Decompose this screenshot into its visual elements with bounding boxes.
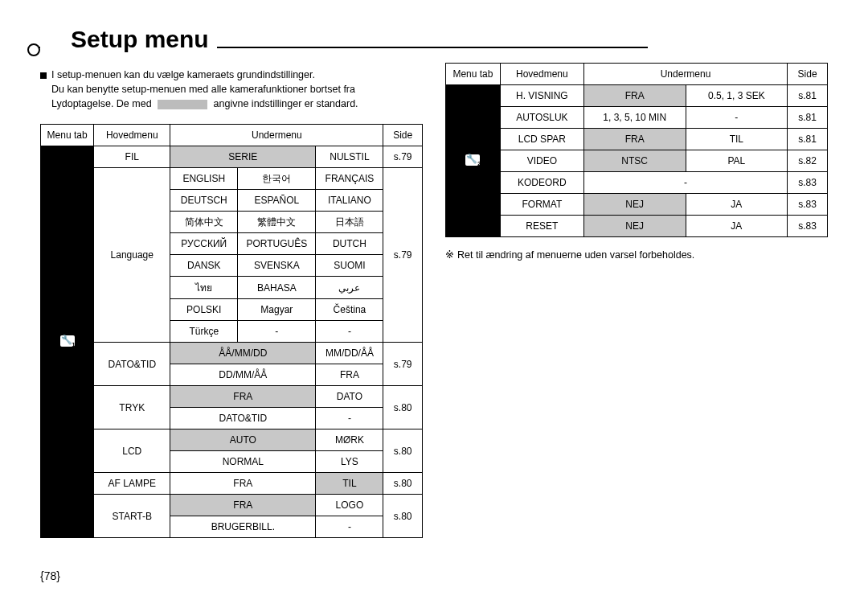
lang-cell: PORTUGUÊS (238, 233, 316, 255)
footnote-text: Ret til ændring af menuerne uden varsel … (457, 249, 694, 261)
cell: FRA (583, 85, 686, 107)
cell: RESET (500, 216, 583, 237)
lang-cell: 한국어 (238, 168, 316, 190)
cell: NORMAL (170, 451, 316, 473)
wrench-icon: 1 (60, 335, 75, 347)
table-row: LCD SPARFRATILs.81 (446, 129, 828, 150)
cell-startb: START-B (94, 495, 170, 538)
cell: MØRK (316, 429, 383, 451)
lang-cell: 简体中文 (170, 212, 238, 233)
cell: H. VISNING (500, 85, 583, 107)
cell: NEJ (583, 216, 686, 237)
intro-text: I setup-menuen kan du vælge kameraets gr… (40, 68, 423, 111)
cell-page: s.80 (383, 386, 423, 429)
title-area: Setup menu (40, 26, 828, 53)
intro-line1: I setup-menuen kan du vælge kameraets gr… (51, 69, 315, 80)
cell-aflampe: AF LAMPE (94, 473, 170, 495)
lang-cell: SUOMI (316, 255, 383, 277)
table-row: RESETNEJJAs.83 (446, 216, 828, 237)
setup-table-2: Menu tab Hovedmenu Undermenu Side 2H. VI… (445, 63, 828, 237)
table-row: START-B FRALOGO s.80 (41, 495, 423, 516)
cell: AUTO (170, 429, 316, 451)
intro-line2b: Lydoptagelse. De med (51, 98, 152, 109)
cell-page: s.83 (788, 172, 828, 194)
cell-page: s.83 (788, 216, 828, 237)
cell: FRA (316, 364, 383, 386)
cell-page: s.80 (383, 473, 423, 495)
cell: ÅÅ/MM/DD (170, 343, 316, 364)
lang-cell: РУССКИЙ (170, 233, 238, 255)
cell: FRA (170, 495, 316, 516)
lang-cell: DEUTSCH (170, 190, 238, 212)
cell-serie: SERIE (170, 146, 316, 168)
lang-cell: Čeština (316, 299, 383, 321)
cell: DATO (316, 386, 383, 408)
cell-page: s.79 (383, 168, 423, 343)
cell-page: s.83 (788, 194, 828, 216)
hdr-page: Side (383, 125, 423, 146)
setup-table-1: Menu tab Hovedmenu Undermenu Side 1 FIL … (40, 124, 423, 538)
menu-tab-icon-1: 1 (41, 146, 94, 538)
page-number: {78} (40, 569, 60, 582)
lang-cell: Magyar (238, 299, 316, 321)
hdr-sub: Undermenu (170, 125, 383, 146)
lang-cell: DUTCH (316, 233, 383, 255)
table-row: DATO&TID ÅÅ/MM/DDMM/DD/ÅÅ s.79 (41, 343, 423, 364)
cell: NEJ (583, 194, 686, 216)
cell-page: s.81 (788, 85, 828, 107)
lang-cell: POLSKI (170, 299, 238, 321)
cell: FRA (583, 129, 686, 150)
right-column: Menu tab Hovedmenu Undermenu Side 2H. VI… (445, 63, 828, 538)
cell-page: s.80 (383, 429, 423, 473)
intro-line2c: angivne indstillinger er standard. (214, 98, 358, 109)
cell: - (316, 408, 383, 429)
table-row: LCD AUTOMØRK s.80 (41, 429, 423, 451)
cell: LOGO (316, 495, 383, 516)
cell-language: Language (94, 168, 170, 343)
page-title: Setup menu (40, 26, 217, 53)
cell: KODEORD (500, 172, 583, 194)
table-row: AUTOSLUK1, 3, 5, 10 MIN-s.81 (446, 107, 828, 129)
lang-cell: - (238, 321, 316, 343)
lang-cell: 繁體中文 (238, 212, 316, 233)
table-row: Language ENGLISH한국어FRANÇAIS s.79 (41, 168, 423, 190)
cell-page: s.79 (383, 343, 423, 386)
cell: TIL (316, 473, 383, 495)
asterisk-icon: ※ (445, 249, 454, 261)
cell-page: s.82 (788, 150, 828, 172)
table-row: 1 FIL SERIE NULSTIL s.79 (41, 146, 423, 168)
cell: AUTOSLUK (500, 107, 583, 129)
cell-datotid: DATO&TID (94, 343, 170, 386)
cell: NTSC (583, 150, 686, 172)
cell: VIDEO (500, 150, 583, 172)
table-row: 2H. VISNINGFRA0.5, 1, 3 SEKs.81 (446, 85, 828, 107)
hdr-main: Hovedmenu (500, 64, 583, 85)
cell: 0.5, 1, 3 SEK (686, 85, 788, 107)
cell: - (583, 172, 787, 194)
cell: BRUGERBILL. (170, 516, 316, 538)
table-row: KODEORD-s.83 (446, 172, 828, 194)
cell-page: s.79 (383, 146, 423, 168)
lang-cell: FRANÇAIS (316, 168, 383, 190)
lang-cell: DANSK (170, 255, 238, 277)
lang-cell: Türkçe (170, 321, 238, 343)
cell: FORMAT (500, 194, 583, 216)
table-row: VIDEONTSCPALs.82 (446, 150, 828, 172)
cell: JA (686, 194, 788, 216)
lang-cell: - (316, 321, 383, 343)
lang-cell: BAHASA (238, 277, 316, 299)
cell: FRA (170, 386, 316, 408)
lang-cell: عربي (316, 277, 383, 299)
cell: JA (686, 216, 788, 237)
hdr-tab: Menu tab (41, 125, 94, 146)
table-header-row: Menu tab Hovedmenu Undermenu Side (446, 64, 828, 85)
cell-tryk: TRYK (94, 386, 170, 429)
cell-page: s.81 (788, 107, 828, 129)
cell: DATO&TID (170, 408, 316, 429)
menu-tab-icon-2: 2 (446, 85, 501, 237)
table-header-row: Menu tab Hovedmenu Undermenu Side (41, 125, 423, 146)
cell: TIL (686, 129, 788, 150)
bullet-icon (40, 72, 47, 79)
lang-cell: ENGLISH (170, 168, 238, 190)
wrench-icon: 2 (465, 154, 480, 166)
